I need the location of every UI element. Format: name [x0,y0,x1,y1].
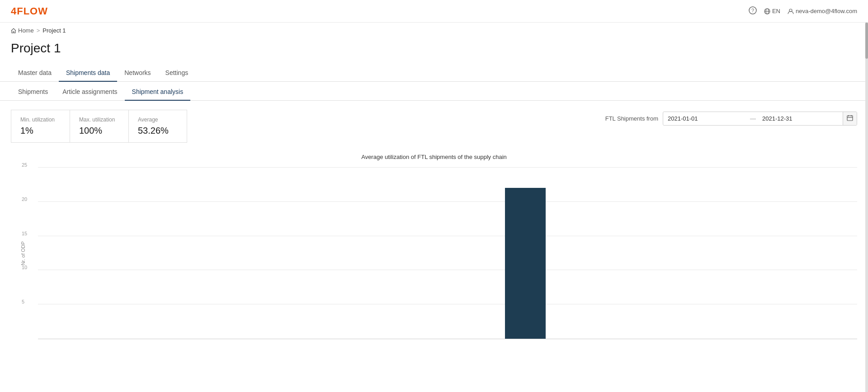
svg-text:?: ? [751,8,754,13]
stat-min-value: 1% [20,126,61,136]
scrollbar[interactable] [865,23,868,348]
subtab-shipment-analysis[interactable]: Shipment analysis [125,84,191,101]
date-input-group[interactable]: — [663,112,857,126]
user-info: neva-demo@4flow.com [788,8,857,14]
language-selector[interactable]: EN [764,8,780,14]
chart-grid: 510152025 [38,168,857,339]
logo: 4FLOW [11,5,48,17]
y-axis-label: 25 [22,162,27,168]
breadcrumb-current: Project 1 [42,27,66,34]
subtab-article-assignments[interactable]: Article assignments [55,84,124,101]
chart-section: Average utilization of FTL shipments of … [11,154,857,339]
date-range-label: FTL Shipments from [605,115,658,122]
help-icon[interactable]: ? [749,6,757,16]
y-axis-label: 5 [22,299,24,304]
tab-networks[interactable]: Networks [117,65,158,82]
stat-min-label: Min. utilization [20,117,61,123]
y-axis-label: 15 [22,231,27,236]
date-from-input[interactable] [663,112,748,125]
sub-tabs: Shipments Article assignments Shipment a… [0,84,868,101]
bar-area [38,168,857,339]
y-axis-label: 20 [22,196,27,202]
chart-y-label: Nr. of ODP [20,241,26,265]
y-axis-label: 10 [22,265,27,270]
chart-container: Nr. of ODP 510152025 [11,168,857,339]
stats-cards: Min. utilization 1% Max. utilization 100… [11,110,187,143]
tab-shipments-data[interactable]: Shipments data [59,65,117,82]
calendar-icon[interactable] [843,112,857,125]
stat-average: Average 53.26% [128,110,187,143]
page-title: Project 1 [0,34,868,65]
chart-title: Average utilization of FTL shipments of … [11,154,857,160]
breadcrumb: Home > Project 1 [0,23,868,34]
stat-avg-value: 53.26% [138,126,178,136]
tab-master-data[interactable]: Master data [11,65,59,82]
header: 4FLOW ? EN neva-demo@4flow.com [0,0,868,23]
subtab-shipments[interactable]: Shipments [11,84,55,101]
main-tabs: Master data Shipments data Networks Sett… [0,65,868,82]
header-right: ? EN neva-demo@4flow.com [749,6,857,16]
stat-max-value: 100% [79,126,119,136]
stat-avg-label: Average [138,117,178,123]
stat-max-label: Max. utilization [79,117,119,123]
breadcrumb-home-link[interactable]: Home [11,27,34,34]
scroll-thumb[interactable] [865,23,868,59]
date-range-section: FTL Shipments from — [605,112,857,126]
content-area: Min. utilization 1% Max. utilization 100… [0,101,868,348]
stat-min-utilization: Min. utilization 1% [11,110,70,143]
tab-settings[interactable]: Settings [158,65,196,82]
breadcrumb-separator: > [37,27,40,34]
chart-bar [505,188,546,339]
date-to-input[interactable] [758,112,843,125]
stat-max-utilization: Max. utilization 100% [70,110,128,143]
date-separator: — [748,115,758,122]
stats-row: Min. utilization 1% Max. utilization 100… [11,110,857,143]
svg-rect-6 [847,116,853,121]
